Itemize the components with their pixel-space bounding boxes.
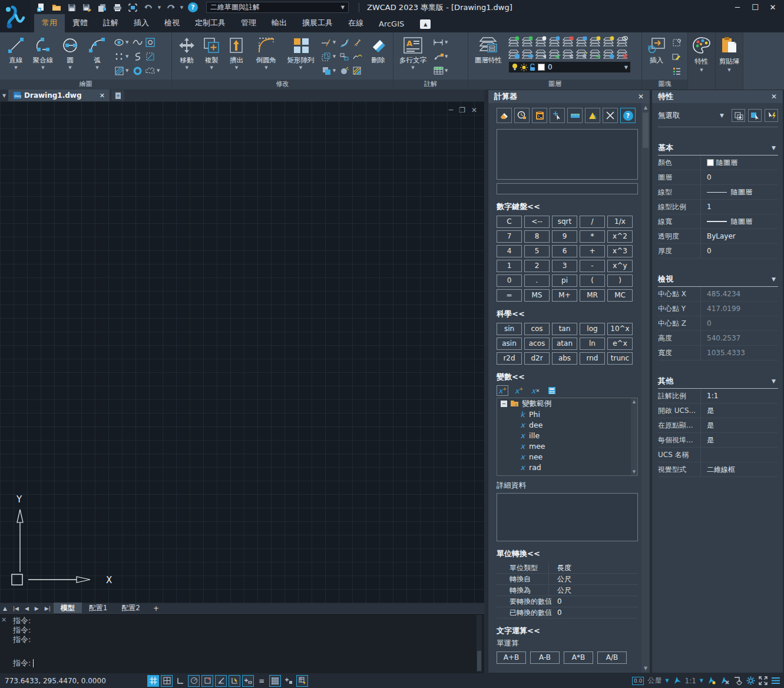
tab-express-tools[interactable]: 擴展工具 [295, 14, 340, 32]
layer-thaw-icon[interactable] [603, 35, 615, 47]
redo-button[interactable] [164, 1, 177, 14]
otrack-toggle[interactable] [229, 675, 240, 687]
layer-unlock-icon[interactable] [576, 35, 588, 47]
region-icon[interactable] [144, 37, 156, 48]
mirror-icon[interactable] [352, 37, 363, 48]
section-numpad[interactable]: 數字鍵盤<< [497, 201, 638, 212]
save-as-button[interactable] [80, 1, 94, 14]
open-file-button[interactable] [49, 1, 63, 14]
calc-key[interactable]: tan [552, 323, 577, 335]
property-row[interactable]: 線型隨圖層 [658, 185, 778, 200]
calc-key[interactable]: acos [524, 338, 550, 350]
polyline-button[interactable]: 聚合線 ▼ [29, 34, 57, 70]
section-scientific[interactable]: 科學<< [497, 309, 638, 319]
section-view-header[interactable]: 檢視 ▼ [658, 274, 778, 287]
tab-arcgis[interactable]: ArcGIS [371, 16, 412, 32]
calc-key[interactable]: r2d [497, 352, 522, 365]
section-basic-header[interactable]: 基本 ▼ [658, 143, 778, 156]
insert-block-button[interactable]: 插入 [644, 34, 669, 65]
polar-toggle[interactable] [188, 675, 200, 687]
chevron-down-icon[interactable]: ▼ [700, 678, 703, 683]
property-row[interactable]: 註解比例1:1 [658, 389, 778, 403]
boundary-icon[interactable] [144, 51, 156, 62]
calc-key[interactable]: 0 [497, 274, 522, 287]
circle-button[interactable]: 圓 ▼ [57, 34, 84, 70]
cycle-select-toggle[interactable] [296, 675, 308, 687]
variables-tree[interactable]: − x 變數範例 kPhi xdee xille xmee xnee xrad … [497, 398, 638, 476]
get-intersection-icon[interactable] [603, 108, 618, 123]
workspace-select[interactable]: 二維草圖與註解 ▼ [206, 2, 349, 13]
donut-icon[interactable] [131, 65, 143, 77]
calc-key[interactable]: 9 [552, 230, 577, 243]
calc-key[interactable]: + [580, 245, 605, 257]
command-scrollbar[interactable] [477, 615, 482, 672]
revision-cloud-icon[interactable] [144, 65, 156, 77]
layer-unisolate-icon[interactable] [549, 35, 561, 47]
esnap-toggle[interactable] [215, 675, 227, 687]
layer-off-all-icon[interactable] [617, 48, 628, 59]
add-layout-button[interactable]: + [147, 604, 165, 613]
group-label-draw[interactable]: 繪圖 [0, 80, 171, 90]
close-icon[interactable]: ✕ [771, 92, 777, 101]
transparency-toggle[interactable] [269, 675, 281, 687]
tab-custom-tools[interactable]: 定制工具 [187, 14, 233, 32]
minimize-button[interactable]: ─ [729, 0, 746, 15]
help-button[interactable]: ? [186, 1, 200, 14]
get-distance-icon[interactable] [567, 108, 583, 123]
copy-with-basepoint-button[interactable] [95, 1, 109, 14]
fullscreen-icon[interactable] [759, 676, 768, 685]
calc-key[interactable]: C [497, 216, 522, 228]
variable-item[interactable]: kPhi [497, 409, 637, 419]
tab-model[interactable]: 模型 [54, 603, 82, 614]
close-icon[interactable]: ✕ [100, 92, 105, 100]
erase-button[interactable]: 刪除 [366, 34, 391, 65]
history-icon[interactable] [514, 108, 530, 123]
calc-key[interactable]: / [580, 216, 605, 228]
calc-key[interactable]: cos [524, 323, 550, 335]
units-row[interactable]: 轉換自公尺 [497, 574, 638, 585]
arc-button[interactable]: 弧 ▼ [84, 34, 111, 70]
section-units[interactable]: 單位轉換<< [497, 548, 638, 559]
layer-match-icon[interactable] [522, 48, 534, 59]
block-editor-icon[interactable] [671, 51, 683, 62]
section-variables[interactable]: 變數<< [497, 372, 638, 382]
clear-icon[interactable] [497, 108, 512, 123]
explode-icon[interactable] [339, 65, 350, 77]
property-row[interactable]: 透明度ByLayer [658, 229, 778, 244]
property-row[interactable]: 圖層0 [658, 170, 778, 185]
undo-button[interactable] [141, 1, 155, 14]
variables-group-row[interactable]: − x 變數範例 [497, 398, 637, 409]
select-objects-icon[interactable] [748, 109, 762, 122]
undo-dropdown-caret[interactable]: ▼ [157, 5, 162, 10]
document-tab-drawing1[interactable]: dwg Drawing1.dwg ✕ [8, 90, 110, 101]
calc-key[interactable]: x^2 [607, 230, 633, 243]
calc-key[interactable]: ) [607, 274, 633, 287]
chevron-down-icon[interactable]: ▼ [445, 40, 449, 45]
calc-key[interactable]: asin [497, 338, 522, 350]
spline-icon[interactable] [131, 37, 143, 48]
close-icon[interactable]: ✕ [638, 92, 644, 101]
stretch-button[interactable]: 擠出 ▼ [224, 34, 249, 70]
osnap-toggle[interactable] [201, 675, 213, 687]
properties-header[interactable]: 特性 ✕ [652, 90, 783, 103]
line-button[interactable]: 直線 ▼ [2, 34, 29, 70]
calc-key[interactable]: A+B [497, 651, 526, 664]
property-row[interactable]: UCS 名稱 [658, 448, 778, 462]
layer-walk-icon[interactable] [603, 48, 615, 59]
calc-key[interactable]: rnd [580, 352, 605, 365]
calc-key[interactable]: trunc [607, 352, 633, 365]
calc-key[interactable]: MC [607, 289, 633, 302]
first-layout-button[interactable]: |◀ [10, 606, 22, 611]
mtext-button[interactable]: A 多行文字 ▼ [396, 34, 430, 70]
calc-key[interactable]: x^y [607, 260, 633, 272]
property-row[interactable]: 每個視埠...是 [658, 433, 778, 448]
calc-key[interactable]: - [580, 260, 605, 272]
tab-output[interactable]: 輸出 [264, 14, 295, 32]
delete-variable-icon[interactable]: x✕ [530, 385, 541, 396]
scale-icon[interactable] [320, 51, 332, 62]
calculator-return-icon[interactable] [546, 385, 558, 396]
get-point-icon[interactable] [550, 108, 565, 123]
calc-key[interactable]: log [580, 323, 605, 335]
calc-key[interactable]: ln [580, 338, 605, 350]
calc-key[interactable]: . [524, 274, 550, 287]
